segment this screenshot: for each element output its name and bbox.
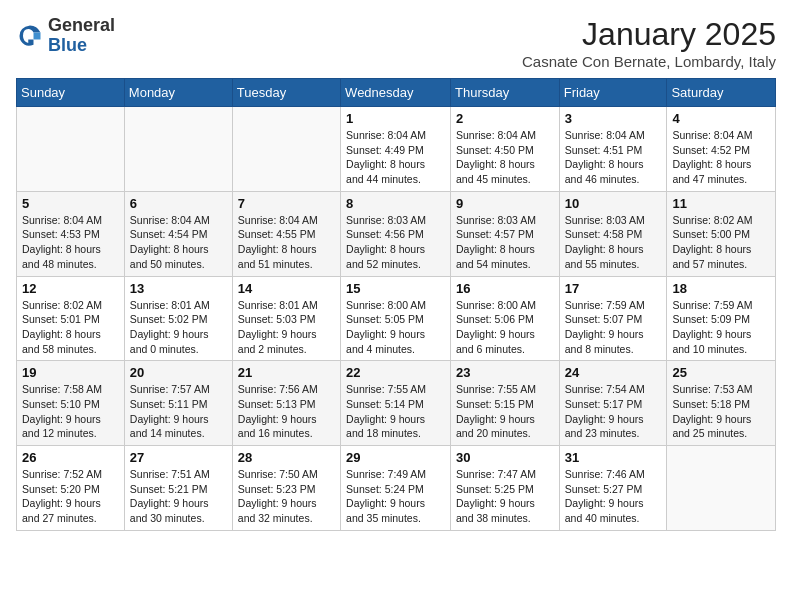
header-monday: Monday	[124, 79, 232, 107]
day-number: 25	[672, 365, 770, 380]
day-info: Sunrise: 8:03 AM Sunset: 4:58 PM Dayligh…	[565, 213, 662, 272]
calendar-subtitle: Casnate Con Bernate, Lombardy, Italy	[522, 53, 776, 70]
calendar-cell: 27Sunrise: 7:51 AM Sunset: 5:21 PM Dayli…	[124, 446, 232, 531]
header-wednesday: Wednesday	[341, 79, 451, 107]
day-number: 8	[346, 196, 445, 211]
day-info: Sunrise: 8:00 AM Sunset: 5:05 PM Dayligh…	[346, 298, 445, 357]
calendar-cell: 25Sunrise: 7:53 AM Sunset: 5:18 PM Dayli…	[667, 361, 776, 446]
calendar-cell: 8Sunrise: 8:03 AM Sunset: 4:56 PM Daylig…	[341, 191, 451, 276]
day-number: 28	[238, 450, 335, 465]
day-info: Sunrise: 8:04 AM Sunset: 4:51 PM Dayligh…	[565, 128, 662, 187]
day-number: 12	[22, 281, 119, 296]
day-info: Sunrise: 8:04 AM Sunset: 4:50 PM Dayligh…	[456, 128, 554, 187]
day-info: Sunrise: 7:50 AM Sunset: 5:23 PM Dayligh…	[238, 467, 335, 526]
calendar-cell: 16Sunrise: 8:00 AM Sunset: 5:06 PM Dayli…	[451, 276, 560, 361]
day-info: Sunrise: 8:04 AM Sunset: 4:54 PM Dayligh…	[130, 213, 227, 272]
logo: General Blue	[16, 16, 115, 56]
day-number: 21	[238, 365, 335, 380]
day-info: Sunrise: 7:56 AM Sunset: 5:13 PM Dayligh…	[238, 382, 335, 441]
calendar-cell: 4Sunrise: 8:04 AM Sunset: 4:52 PM Daylig…	[667, 107, 776, 192]
calendar-cell: 10Sunrise: 8:03 AM Sunset: 4:58 PM Dayli…	[559, 191, 667, 276]
calendar-cell: 6Sunrise: 8:04 AM Sunset: 4:54 PM Daylig…	[124, 191, 232, 276]
day-number: 9	[456, 196, 554, 211]
day-number: 1	[346, 111, 445, 126]
calendar-cell: 13Sunrise: 8:01 AM Sunset: 5:02 PM Dayli…	[124, 276, 232, 361]
calendar-title: January 2025	[522, 16, 776, 53]
logo-blue-text: Blue	[48, 35, 87, 55]
day-number: 15	[346, 281, 445, 296]
calendar-week-4: 19Sunrise: 7:58 AM Sunset: 5:10 PM Dayli…	[17, 361, 776, 446]
calendar-cell: 12Sunrise: 8:02 AM Sunset: 5:01 PM Dayli…	[17, 276, 125, 361]
logo-general-text: General	[48, 15, 115, 35]
day-number: 29	[346, 450, 445, 465]
header-saturday: Saturday	[667, 79, 776, 107]
day-info: Sunrise: 7:49 AM Sunset: 5:24 PM Dayligh…	[346, 467, 445, 526]
header-sunday: Sunday	[17, 79, 125, 107]
logo-icon	[16, 22, 44, 50]
day-number: 31	[565, 450, 662, 465]
day-number: 24	[565, 365, 662, 380]
day-info: Sunrise: 7:58 AM Sunset: 5:10 PM Dayligh…	[22, 382, 119, 441]
day-info: Sunrise: 8:03 AM Sunset: 4:56 PM Dayligh…	[346, 213, 445, 272]
day-info: Sunrise: 8:04 AM Sunset: 4:55 PM Dayligh…	[238, 213, 335, 272]
day-number: 11	[672, 196, 770, 211]
day-info: Sunrise: 8:01 AM Sunset: 5:03 PM Dayligh…	[238, 298, 335, 357]
calendar-cell	[17, 107, 125, 192]
day-number: 10	[565, 196, 662, 211]
page-header: General Blue January 2025 Casnate Con Be…	[16, 16, 776, 70]
calendar-cell: 17Sunrise: 7:59 AM Sunset: 5:07 PM Dayli…	[559, 276, 667, 361]
header-friday: Friday	[559, 79, 667, 107]
calendar-cell: 31Sunrise: 7:46 AM Sunset: 5:27 PM Dayli…	[559, 446, 667, 531]
day-number: 27	[130, 450, 227, 465]
calendar-cell: 2Sunrise: 8:04 AM Sunset: 4:50 PM Daylig…	[451, 107, 560, 192]
calendar-cell: 28Sunrise: 7:50 AM Sunset: 5:23 PM Dayli…	[232, 446, 340, 531]
day-number: 2	[456, 111, 554, 126]
day-number: 30	[456, 450, 554, 465]
day-info: Sunrise: 8:03 AM Sunset: 4:57 PM Dayligh…	[456, 213, 554, 272]
calendar-cell: 18Sunrise: 7:59 AM Sunset: 5:09 PM Dayli…	[667, 276, 776, 361]
calendar-cell	[124, 107, 232, 192]
day-info: Sunrise: 7:52 AM Sunset: 5:20 PM Dayligh…	[22, 467, 119, 526]
day-number: 23	[456, 365, 554, 380]
day-info: Sunrise: 8:04 AM Sunset: 4:53 PM Dayligh…	[22, 213, 119, 272]
calendar-cell: 22Sunrise: 7:55 AM Sunset: 5:14 PM Dayli…	[341, 361, 451, 446]
calendar-table: SundayMondayTuesdayWednesdayThursdayFrid…	[16, 78, 776, 531]
day-info: Sunrise: 7:53 AM Sunset: 5:18 PM Dayligh…	[672, 382, 770, 441]
calendar-week-5: 26Sunrise: 7:52 AM Sunset: 5:20 PM Dayli…	[17, 446, 776, 531]
calendar-cell: 9Sunrise: 8:03 AM Sunset: 4:57 PM Daylig…	[451, 191, 560, 276]
calendar-cell: 14Sunrise: 8:01 AM Sunset: 5:03 PM Dayli…	[232, 276, 340, 361]
day-number: 17	[565, 281, 662, 296]
day-info: Sunrise: 8:01 AM Sunset: 5:02 PM Dayligh…	[130, 298, 227, 357]
calendar-cell: 29Sunrise: 7:49 AM Sunset: 5:24 PM Dayli…	[341, 446, 451, 531]
calendar-cell: 3Sunrise: 8:04 AM Sunset: 4:51 PM Daylig…	[559, 107, 667, 192]
calendar-cell: 23Sunrise: 7:55 AM Sunset: 5:15 PM Dayli…	[451, 361, 560, 446]
day-info: Sunrise: 8:04 AM Sunset: 4:49 PM Dayligh…	[346, 128, 445, 187]
calendar-cell: 19Sunrise: 7:58 AM Sunset: 5:10 PM Dayli…	[17, 361, 125, 446]
day-info: Sunrise: 7:47 AM Sunset: 5:25 PM Dayligh…	[456, 467, 554, 526]
calendar-cell: 1Sunrise: 8:04 AM Sunset: 4:49 PM Daylig…	[341, 107, 451, 192]
day-info: Sunrise: 7:55 AM Sunset: 5:14 PM Dayligh…	[346, 382, 445, 441]
day-info: Sunrise: 7:57 AM Sunset: 5:11 PM Dayligh…	[130, 382, 227, 441]
day-info: Sunrise: 7:59 AM Sunset: 5:07 PM Dayligh…	[565, 298, 662, 357]
calendar-week-2: 5Sunrise: 8:04 AM Sunset: 4:53 PM Daylig…	[17, 191, 776, 276]
day-number: 20	[130, 365, 227, 380]
day-number: 22	[346, 365, 445, 380]
day-info: Sunrise: 7:55 AM Sunset: 5:15 PM Dayligh…	[456, 382, 554, 441]
day-number: 6	[130, 196, 227, 211]
day-number: 4	[672, 111, 770, 126]
day-number: 7	[238, 196, 335, 211]
calendar-cell	[232, 107, 340, 192]
day-info: Sunrise: 7:59 AM Sunset: 5:09 PM Dayligh…	[672, 298, 770, 357]
title-block: January 2025 Casnate Con Bernate, Lombar…	[522, 16, 776, 70]
calendar-week-1: 1Sunrise: 8:04 AM Sunset: 4:49 PM Daylig…	[17, 107, 776, 192]
day-info: Sunrise: 8:02 AM Sunset: 5:01 PM Dayligh…	[22, 298, 119, 357]
calendar-cell: 5Sunrise: 8:04 AM Sunset: 4:53 PM Daylig…	[17, 191, 125, 276]
calendar-cell: 11Sunrise: 8:02 AM Sunset: 5:00 PM Dayli…	[667, 191, 776, 276]
day-info: Sunrise: 7:51 AM Sunset: 5:21 PM Dayligh…	[130, 467, 227, 526]
calendar-header: SundayMondayTuesdayWednesdayThursdayFrid…	[17, 79, 776, 107]
day-info: Sunrise: 7:54 AM Sunset: 5:17 PM Dayligh…	[565, 382, 662, 441]
day-number: 26	[22, 450, 119, 465]
day-info: Sunrise: 8:02 AM Sunset: 5:00 PM Dayligh…	[672, 213, 770, 272]
calendar-cell: 21Sunrise: 7:56 AM Sunset: 5:13 PM Dayli…	[232, 361, 340, 446]
calendar-cell: 26Sunrise: 7:52 AM Sunset: 5:20 PM Dayli…	[17, 446, 125, 531]
